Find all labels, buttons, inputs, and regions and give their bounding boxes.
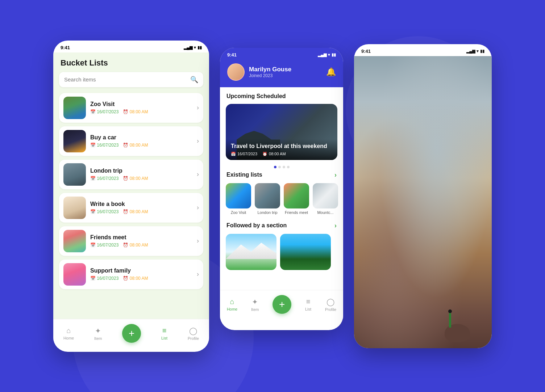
battery-icon: ▮▮ xyxy=(332,52,336,57)
item-icon: ✦ xyxy=(95,326,101,335)
nav-profile-label: Profile xyxy=(325,307,336,312)
item-time: ⏰ 08:00 AM xyxy=(123,209,148,214)
item-info-london: London trip 📅 16/07/2023 ⏰ 08:00 AM xyxy=(90,168,192,181)
item-date: 📅 16/07/2023 xyxy=(90,176,118,181)
status-icons-left: ▂▄▆ ▾ ▮▮ xyxy=(184,45,202,50)
item-meta: 📅 16/07/2023 ⏰ 08:00 AM xyxy=(90,209,192,214)
item-date: 📅 16/07/2023 xyxy=(90,143,118,148)
item-thumbnail-car xyxy=(63,130,86,152)
item-meta: 📅 16/07/2023 ⏰ 08:00 AM xyxy=(90,109,192,114)
status-icons-right: ▂▄▆ ▾ ▮▮ xyxy=(466,49,484,54)
list-thumb-image-london xyxy=(255,183,280,208)
fab-add-button[interactable]: + xyxy=(122,324,141,343)
profile-icon: ◯ xyxy=(326,298,334,306)
time-middle: 9:41 xyxy=(227,52,237,58)
item-time: ⏰ 08:00 AM xyxy=(123,243,148,248)
list-thumb-label-london: London trip xyxy=(257,210,277,215)
profile-name: Marilyn Gouse xyxy=(249,66,291,73)
existing-lists-header: Existing lists › xyxy=(220,171,343,183)
list-item[interactable]: Support family 📅 16/07/2023 ⏰ 08:00 AM › xyxy=(59,260,203,289)
nav-list[interactable]: ≡ List xyxy=(161,326,167,340)
list-thumb-label-friends: Friends meet xyxy=(285,210,308,215)
nav-item[interactable]: ✦ Item xyxy=(94,326,102,341)
status-bar-middle: 9:41 ▂▄▆ ▾ ▮▮ xyxy=(220,48,343,60)
existing-lists-arrow[interactable]: › xyxy=(334,171,337,179)
search-input[interactable] xyxy=(64,76,190,83)
chevron-right-icon: › xyxy=(197,237,199,245)
followed-image-forest xyxy=(280,234,331,270)
home-icon: ⌂ xyxy=(67,326,71,335)
item-thumbnail-london xyxy=(63,163,86,186)
existing-lists-scroll: Zoo Visit London trip Friends meet Mount… xyxy=(220,183,343,219)
nav-item-middle[interactable]: ✦ Item xyxy=(251,298,259,312)
nav-profile-middle[interactable]: ◯ Profile xyxy=(325,298,336,312)
search-bar[interactable]: 🔍 xyxy=(59,72,203,87)
hero-overlay: Travel to Liverpool at this weekend 📅 16… xyxy=(226,139,337,160)
item-time: ⏰ 08:00 AM xyxy=(123,276,148,281)
nav-home-middle[interactable]: ⌂ Home xyxy=(227,298,237,311)
nav-home[interactable]: ⌂ Home xyxy=(63,326,74,340)
item-thumbnail-family xyxy=(63,263,86,286)
nav-profile[interactable]: ◯ Profile xyxy=(188,326,199,341)
item-info-car: Buy a car 📅 16/07/2023 ⏰ 08:00 AM xyxy=(90,134,192,148)
item-info-book: Write a book 📅 16/07/2023 ⏰ 08:00 AM xyxy=(90,201,192,214)
list-item[interactable]: Write a book 📅 16/07/2023 ⏰ 08:00 AM › xyxy=(59,193,203,223)
nav-list-label: List xyxy=(305,307,311,311)
list-thumb-image-mount xyxy=(313,183,338,208)
carousel-dots xyxy=(220,166,343,168)
profile-header: Marilyn Gouse Joined 2023 🔔 xyxy=(220,60,343,87)
page-title: Bucket Lists xyxy=(53,52,209,72)
search-icon: 🔍 xyxy=(190,76,198,84)
profile-info: Marilyn Gouse Joined 2023 xyxy=(227,63,291,81)
item-title: Write a book xyxy=(90,201,192,207)
clock-icon: ⏰ xyxy=(262,152,267,156)
list-thumb-friends[interactable]: Friends meet xyxy=(284,183,309,215)
chevron-right-icon: › xyxy=(197,270,199,278)
left-phone: 9:41 ▂▄▆ ▾ ▮▮ Bucket Lists 🔍 Zoo Visit 📅… xyxy=(53,41,209,352)
hero-title: Travel to Liverpool at this weekend xyxy=(231,143,332,150)
hero-date: 📅 16/07/2023 xyxy=(231,152,257,156)
notification-icon[interactable]: 🔔 xyxy=(326,67,336,77)
time-right: 9:41 xyxy=(361,49,371,54)
status-icons-middle: ▂▄▆ ▾ ▮▮ xyxy=(318,52,336,57)
fab-add-button-middle[interactable]: + xyxy=(272,295,291,314)
nav-profile-label: Profile xyxy=(188,336,199,341)
bottom-nav-left: ⌂ Home ✦ Item + ≡ List ◯ Profile xyxy=(53,319,209,348)
nav-list-middle[interactable]: ≡ List xyxy=(305,298,311,311)
chevron-right-icon: › xyxy=(197,104,199,111)
list-item[interactable]: Friends meet 📅 16/07/2023 ⏰ 08:00 AM › xyxy=(59,226,203,256)
item-info-family: Support family 📅 16/07/2023 ⏰ 08:00 AM xyxy=(90,267,192,281)
hiker-figure xyxy=(445,309,455,338)
item-date: 📅 16/07/2023 xyxy=(90,243,118,248)
status-bar-right: 9:41 ▂▄▆ ▾ ▮▮ xyxy=(354,44,492,56)
followed-header: Followed by a section › xyxy=(220,222,343,234)
profile-joined: Joined 2023 xyxy=(249,73,291,78)
hero-meta: 📅 16/07/2023 ⏰ 08:00 AM xyxy=(231,152,332,156)
list-thumb-london[interactable]: London trip xyxy=(255,183,280,215)
wifi-icon: ▾ xyxy=(477,49,479,54)
item-title: Support family xyxy=(90,267,192,274)
item-info-friends: Friends meet 📅 16/07/2023 ⏰ 08:00 AM xyxy=(90,234,192,248)
followed-label: Followed by a section xyxy=(226,222,287,229)
chevron-right-icon: › xyxy=(197,137,199,145)
list-item[interactable]: Buy a car 📅 16/07/2023 ⏰ 08:00 AM › xyxy=(59,126,203,156)
battery-icon: ▮▮ xyxy=(480,49,484,54)
list-item[interactable]: Zoo Visit 📅 16/07/2023 ⏰ 08:00 AM › xyxy=(59,93,203,123)
hero-card[interactable]: Travel to Liverpool at this weekend 📅 16… xyxy=(226,104,337,160)
nav-home-label: Home xyxy=(227,307,237,311)
avatar xyxy=(227,63,245,81)
middle-content: Upcoming Scheduled Travel to Liverpool a… xyxy=(220,87,343,290)
signal-icon: ▂▄▆ xyxy=(318,52,326,57)
list-thumb-mount[interactable]: Mountc... xyxy=(313,183,338,215)
item-time: ⏰ 08:00 AM xyxy=(123,176,148,181)
followed-arrow[interactable]: › xyxy=(334,222,337,229)
followed-card-mountain[interactable] xyxy=(226,234,276,270)
status-bar-left: 9:41 ▂▄▆ ▾ ▮▮ xyxy=(53,41,209,52)
followed-card-forest[interactable] xyxy=(280,234,331,270)
item-title: London trip xyxy=(90,168,192,174)
wifi-icon: ▾ xyxy=(194,45,196,50)
list-thumb-zoo[interactable]: Zoo Visit xyxy=(226,183,251,215)
item-thumbnail-friends xyxy=(63,230,86,252)
list-icon: ≡ xyxy=(306,298,311,306)
list-item[interactable]: London trip 📅 16/07/2023 ⏰ 08:00 AM › xyxy=(59,160,203,189)
